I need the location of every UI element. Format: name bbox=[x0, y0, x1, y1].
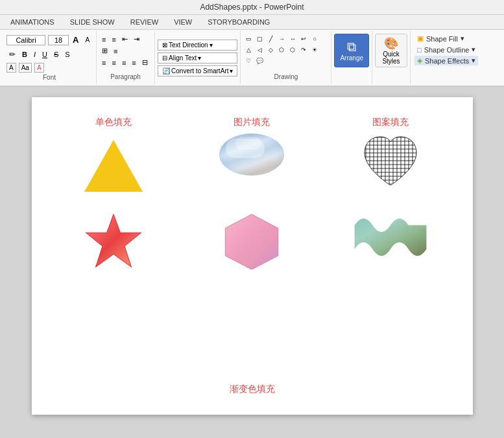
pattern-fill-label: 图案填充 bbox=[372, 117, 409, 128]
arrange-button[interactable]: ⧉ Arrange bbox=[334, 34, 369, 67]
text-direction-button[interactable]: ⊠ Text Direction ▾ bbox=[158, 40, 237, 51]
fill-icon: ▣ bbox=[417, 34, 424, 43]
decrease-indent-button[interactable]: ⇤ bbox=[119, 34, 130, 45]
double-arrow-icon[interactable]: ↔ bbox=[287, 34, 298, 44]
hexagon-svg bbox=[219, 211, 284, 270]
heart-svg bbox=[358, 133, 423, 192]
rtriangle-icon[interactable]: ◁ bbox=[254, 45, 265, 55]
wave-shape-container bbox=[352, 211, 429, 263]
columns-button[interactable]: ⊞ bbox=[99, 45, 110, 56]
quick-styles-icon: 🎨 bbox=[384, 36, 398, 51]
svg-marker-2 bbox=[226, 214, 278, 270]
font-size-box[interactable]: 18 bbox=[48, 35, 69, 45]
arrange-icon: ⧉ bbox=[347, 40, 356, 54]
wave-cell bbox=[334, 211, 446, 270]
justify-button[interactable]: ≡ bbox=[129, 57, 138, 68]
diamond-icon[interactable]: ◇ bbox=[265, 45, 276, 55]
star-shape-container bbox=[81, 211, 146, 270]
align-text-icon: ⊟ bbox=[162, 54, 167, 62]
hexagon-cell bbox=[196, 211, 308, 270]
font-size-group: Calibri 18 A A ✏ B I U S S A Aa A Font bbox=[3, 31, 97, 84]
tab-review[interactable]: REVIEW bbox=[123, 15, 166, 29]
shapes-palette: ▭ ▢ ╱ → ↔ ↩ ○ △ ◁ ◇ ⬠ ⬡ ↷ ☀ ♡ 💬 bbox=[243, 34, 328, 66]
bold-button[interactable]: B bbox=[19, 49, 30, 60]
slide-area: 单色填充 图片填充 图案填充 bbox=[0, 87, 504, 425]
shape-effects-button[interactable]: ◈ Shape Effects ▾ bbox=[414, 56, 478, 65]
star-svg bbox=[81, 211, 146, 270]
italic-button[interactable]: I bbox=[31, 49, 38, 60]
decrease-font-button[interactable]: A bbox=[82, 35, 92, 45]
increase-indent-button[interactable]: ⇥ bbox=[131, 34, 142, 45]
outline-icon: □ bbox=[417, 46, 422, 54]
pattern-fill-cell: 图案填充 bbox=[334, 117, 446, 198]
arrow-icon[interactable]: → bbox=[276, 34, 287, 44]
bend-arrow-icon[interactable]: ↩ bbox=[298, 34, 309, 44]
columns2-button[interactable]: ⊟ bbox=[139, 57, 150, 68]
rect-shape-icon[interactable]: ▭ bbox=[243, 34, 254, 44]
clear-formatting-button[interactable]: ✏ bbox=[6, 49, 18, 60]
triangle-icon[interactable]: △ bbox=[243, 45, 254, 55]
callout-icon[interactable]: 💬 bbox=[254, 56, 265, 66]
star-cell bbox=[58, 211, 170, 270]
hexagon-shape-container bbox=[219, 211, 284, 270]
ribbon: Calibri 18 A A ✏ B I U S S A Aa A Font ≡… bbox=[0, 30, 504, 87]
paragraph-label: Paragraph bbox=[99, 73, 152, 82]
heart-shape-container bbox=[358, 133, 423, 192]
solid-fill-cell: 单色填充 bbox=[58, 117, 170, 198]
picture-fill-cell: 图片填充 bbox=[196, 117, 308, 198]
pentagon-icon[interactable]: ⬠ bbox=[276, 45, 287, 55]
heart-icon2[interactable]: ♡ bbox=[243, 56, 254, 66]
tab-view[interactable]: VIEW bbox=[166, 15, 200, 29]
underline-button[interactable]: U bbox=[40, 49, 50, 60]
wave-svg bbox=[352, 211, 429, 263]
align-text-button[interactable]: ⊟ Align Text ▾ bbox=[158, 52, 237, 63]
ellipse-shape bbox=[219, 133, 284, 176]
tab-slideshow[interactable]: SLIDE SHOW bbox=[62, 15, 123, 29]
slide-content-grid: 单色填充 图片填充 图案填充 bbox=[58, 117, 447, 270]
picture-fill-label: 图片填充 bbox=[234, 117, 270, 128]
convert-smartart-button[interactable]: 🔄 Convert to SmartArt ▾ bbox=[158, 65, 237, 76]
smartart-icon: 🔄 bbox=[162, 67, 170, 75]
solid-fill-label: 单色填充 bbox=[95, 117, 132, 128]
svg-marker-1 bbox=[86, 214, 141, 267]
gradient-fill-label: 渐变色填充 bbox=[230, 384, 275, 395]
triangle-shape bbox=[84, 140, 143, 192]
align-center-button[interactable]: ≡ bbox=[109, 57, 118, 68]
tab-storyboarding[interactable]: STORYBOARDING bbox=[200, 15, 278, 29]
increase-font-button[interactable]: A bbox=[70, 34, 81, 46]
numbered-list-button[interactable]: ≡ bbox=[109, 34, 118, 45]
drawing-label: Drawing bbox=[243, 73, 328, 82]
align-right-button[interactable]: ≡ bbox=[119, 57, 128, 68]
hexagon-icon2[interactable]: ⬡ bbox=[287, 45, 298, 55]
shape-fill-button[interactable]: ▣ Shape Fill ▾ bbox=[414, 34, 478, 43]
oval-icon[interactable]: ○ bbox=[309, 34, 320, 44]
text-direction-icon: ⊠ bbox=[162, 41, 167, 49]
effects-icon: ◈ bbox=[417, 56, 422, 65]
shape-outline-button[interactable]: □ Shape Outline ▾ bbox=[414, 45, 478, 54]
slide: 单色填充 图片填充 图案填充 bbox=[32, 97, 473, 415]
title-bar: AddShapes.pptx - PowerPoint bbox=[0, 0, 504, 15]
rounded-rect-icon[interactable]: ▢ bbox=[254, 34, 265, 44]
sun-icon[interactable]: ☀ bbox=[309, 45, 320, 55]
quick-styles-button[interactable]: 🎨 Quick Styles bbox=[375, 34, 407, 67]
font-name-box[interactable]: Calibri bbox=[6, 35, 45, 45]
bullet-list-button[interactable]: ≡ bbox=[99, 34, 108, 45]
shape-styles-group: ▣ Shape Fill ▾ □ Shape Outline ▾ ◈ Shape… bbox=[411, 31, 482, 84]
tab-animations[interactable]: ANIMATIONS bbox=[3, 15, 62, 29]
ribbon-tabs: ANIMATIONS SLIDE SHOW REVIEW VIEW STORYB… bbox=[0, 15, 504, 30]
line-spacing-button[interactable]: ≡ bbox=[111, 45, 120, 56]
shadow-button[interactable]: S bbox=[62, 49, 72, 60]
curved-arrow-icon[interactable]: ↷ bbox=[298, 45, 309, 55]
line-icon[interactable]: ╱ bbox=[265, 34, 276, 44]
align-left-button[interactable]: ≡ bbox=[99, 57, 108, 68]
strikethrough-button[interactable]: S bbox=[51, 49, 61, 60]
